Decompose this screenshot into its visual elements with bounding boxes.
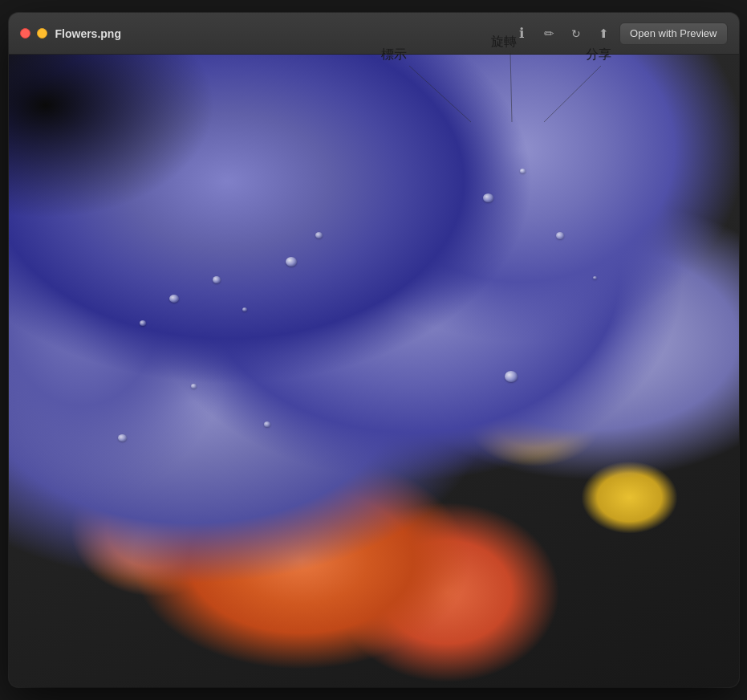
svg-line-2 xyxy=(544,66,601,122)
svg-line-0 xyxy=(409,66,471,122)
annotation-overlay xyxy=(0,0,747,700)
rotate-annotation-label: 旋轉 xyxy=(491,34,518,51)
app-window: Flowers.png ℹ︎ ✏ ↻ ⬆ Open w xyxy=(0,0,747,700)
svg-line-1 xyxy=(510,53,512,122)
share-annotation-label: 分享 xyxy=(586,47,612,63)
markup-annotation-label: 標示 xyxy=(381,47,408,63)
